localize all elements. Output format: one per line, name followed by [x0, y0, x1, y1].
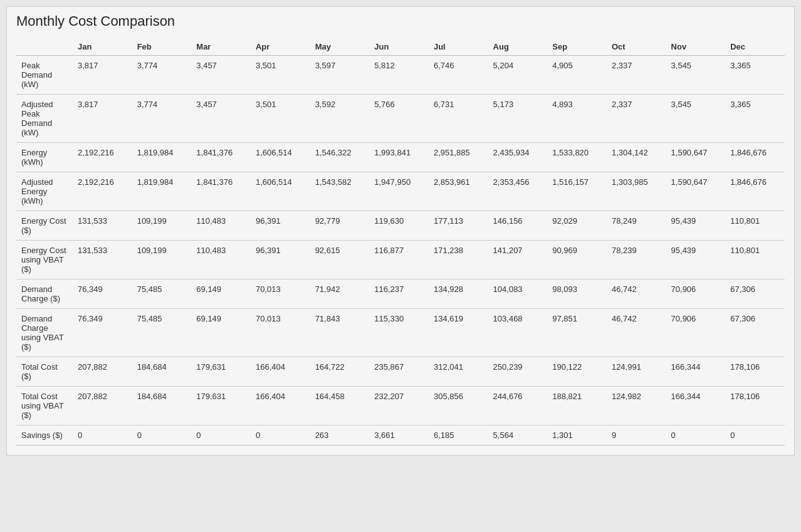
header-month-mar: Mar: [191, 38, 251, 56]
cell-r10-c7: 5,564: [488, 425, 548, 446]
table-header-row: JanFebMarAprMayJunJulAugSepOctNovDec: [16, 38, 785, 56]
cell-r0-c0: 3,817: [73, 56, 132, 95]
cell-r9-c1: 184,684: [132, 387, 192, 425]
cell-r6-c3: 70,013: [251, 279, 310, 309]
cell-r8-c0: 207,882: [73, 357, 132, 387]
row-label-3: Adjusted Energy (kWh): [16, 172, 73, 211]
cell-r7-c4: 71,843: [310, 309, 370, 357]
cell-r6-c7: 104,083: [488, 279, 548, 309]
cell-r10-c6: 6,185: [429, 425, 488, 446]
cell-r8-c7: 250,239: [488, 357, 548, 387]
cell-r1-c7: 5,173: [488, 95, 548, 143]
cell-r1-c0: 3,817: [73, 95, 132, 143]
cell-r0-c6: 6,746: [429, 56, 488, 95]
cell-r7-c11: 67,306: [725, 309, 785, 357]
cell-r3-c10: 1,590,647: [666, 172, 726, 211]
row-label-2: Energy (kWh): [16, 143, 73, 172]
cell-r9-c8: 188,821: [547, 387, 607, 425]
row-label-1: Adjusted Peak Demand (kW): [16, 95, 73, 143]
cell-r1-c6: 6,731: [429, 95, 488, 143]
cell-r8-c10: 166,344: [666, 357, 726, 387]
cell-r5-c4: 92,615: [310, 241, 370, 279]
cell-r3-c11: 1,846,676: [725, 172, 785, 211]
header-label-col: [16, 38, 73, 56]
cell-r3-c3: 1,606,514: [251, 172, 310, 211]
cell-r4-c4: 92,779: [310, 211, 370, 241]
cell-r5-c5: 116,877: [369, 241, 429, 279]
header-month-may: May: [310, 38, 370, 56]
cell-r8-c6: 312,041: [429, 357, 488, 387]
cell-r4-c2: 110,483: [191, 211, 251, 241]
cell-r8-c3: 166,404: [251, 357, 310, 387]
cell-r4-c10: 95,439: [666, 211, 726, 241]
cell-r5-c11: 110,801: [725, 241, 785, 279]
table-row: Adjusted Peak Demand (kW)3,8173,7743,457…: [16, 95, 785, 143]
row-label-6: Demand Charge ($): [16, 279, 73, 309]
main-container: Monthly Cost Comparison JanFebMarAprMayJ…: [6, 6, 795, 456]
cell-r3-c5: 1,947,950: [369, 172, 429, 211]
cell-r4-c1: 109,199: [132, 211, 192, 241]
cell-r5-c2: 110,483: [191, 241, 251, 279]
table-row: Energy (kWh)2,192,2161,819,9841,841,3761…: [16, 143, 785, 172]
cell-r10-c0: 0: [73, 425, 132, 446]
cell-r2-c9: 1,304,142: [607, 143, 666, 172]
cell-r1-c3: 3,501: [251, 95, 310, 143]
cell-r4-c11: 110,801: [725, 211, 785, 241]
cell-r6-c9: 46,742: [607, 279, 666, 309]
cell-r5-c9: 78,239: [607, 241, 666, 279]
cell-r4-c9: 78,249: [607, 211, 666, 241]
table-row: Adjusted Energy (kWh)2,192,2161,819,9841…: [16, 172, 785, 211]
cell-r0-c9: 2,337: [607, 56, 666, 95]
cell-r0-c11: 3,365: [725, 56, 785, 95]
cell-r6-c1: 75,485: [132, 279, 192, 309]
cell-r2-c10: 1,590,647: [666, 143, 726, 172]
cell-r9-c2: 179,631: [191, 387, 251, 425]
cell-r9-c9: 124,982: [607, 387, 666, 425]
cell-r3-c6: 2,853,961: [429, 172, 488, 211]
cell-r1-c1: 3,774: [132, 95, 192, 143]
header-month-jul: Jul: [429, 38, 488, 56]
cell-r3-c4: 1,543,582: [310, 172, 370, 211]
table-row: Peak Demand (kW)3,8173,7743,4573,5013,59…: [16, 56, 785, 95]
cell-r7-c1: 75,485: [132, 309, 192, 357]
cell-r0-c4: 3,597: [310, 56, 370, 95]
cell-r4-c8: 92,029: [547, 211, 607, 241]
cell-r1-c4: 3,592: [310, 95, 370, 143]
cell-r2-c8: 1,533,820: [547, 143, 607, 172]
cell-r7-c3: 70,013: [251, 309, 310, 357]
cell-r1-c10: 3,545: [666, 95, 726, 143]
cell-r2-c3: 1,606,514: [251, 143, 310, 172]
cell-r7-c6: 134,619: [429, 309, 488, 357]
cell-r5-c7: 141,207: [488, 241, 548, 279]
cell-r7-c2: 69,149: [191, 309, 251, 357]
cell-r7-c8: 97,851: [547, 309, 607, 357]
table-row: Energy Cost ($)131,533109,199110,48396,3…: [16, 211, 785, 241]
cell-r6-c4: 71,942: [310, 279, 370, 309]
header-month-apr: Apr: [251, 38, 310, 56]
cell-r1-c11: 3,365: [725, 95, 785, 143]
cell-r5-c0: 131,533: [73, 241, 132, 279]
cell-r0-c8: 4,905: [547, 56, 607, 95]
cell-r7-c5: 115,330: [369, 309, 429, 357]
cell-r3-c2: 1,841,376: [191, 172, 251, 211]
cell-r8-c2: 179,631: [191, 357, 251, 387]
row-label-4: Energy Cost ($): [16, 211, 73, 241]
row-label-9: Total Cost using VBAT ($): [16, 387, 73, 425]
table-row: Demand Charge using VBAT ($)76,34975,485…: [16, 309, 785, 357]
cell-r3-c8: 1,516,157: [547, 172, 607, 211]
cell-r9-c4: 164,458: [310, 387, 370, 425]
cell-r2-c0: 2,192,216: [73, 143, 132, 172]
cell-r1-c8: 4,893: [547, 95, 607, 143]
cell-r5-c3: 96,391: [251, 241, 310, 279]
cell-r5-c1: 109,199: [132, 241, 192, 279]
page-title: Monthly Cost Comparison: [16, 13, 785, 29]
cell-r1-c9: 2,337: [607, 95, 666, 143]
cell-r2-c5: 1,993,841: [369, 143, 429, 172]
cell-r9-c3: 166,404: [251, 387, 310, 425]
cell-r9-c6: 305,856: [429, 387, 488, 425]
cell-r8-c5: 235,867: [369, 357, 429, 387]
cell-r6-c10: 70,906: [666, 279, 726, 309]
cell-r2-c6: 2,951,885: [429, 143, 488, 172]
cell-r10-c11: 0: [725, 425, 785, 446]
cell-r5-c8: 90,969: [547, 241, 607, 279]
